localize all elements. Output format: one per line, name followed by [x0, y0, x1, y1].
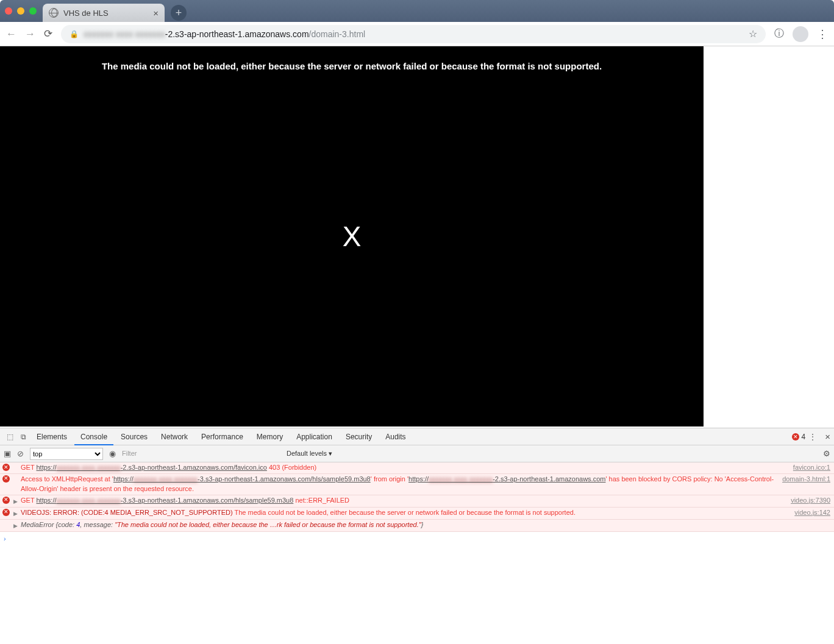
url-obscured: xxxxxxx xxxx xxxxxxx [84, 29, 165, 39]
error-icon: ✕ [792, 433, 799, 441]
expand-icon[interactable]: ▶ [13, 498, 18, 504]
devtools-tab-audits[interactable]: Audits [379, 428, 412, 445]
devtools-tab-application[interactable]: Application [290, 428, 338, 445]
forward-button[interactable]: → [25, 28, 35, 40]
clear-console-icon[interactable]: ⊘ [17, 449, 24, 458]
window-titlebar: VHS de HLS × + [0, 0, 834, 22]
error-count-badge[interactable]: ✕ 4 [792, 433, 806, 441]
request-url[interactable]: https://xxxxxxx xxxx xxxxxxx-3.s3-ap-nor… [36, 497, 293, 504]
tab-title: VHS de HLS [63, 9, 109, 18]
window-maximize-button[interactable] [29, 7, 37, 15]
console-error-row[interactable]: ✕ ▶ VIDEOJS: ERROR: (CODE:4 MEDIA_ERR_SR… [0, 508, 834, 520]
devtools-tab-console[interactable]: Console [74, 428, 113, 445]
console-filter-input[interactable] [122, 448, 280, 460]
error-count: 4 [802, 433, 806, 441]
request-url[interactable]: https://xxxxxxx xxxx xxxxxxx-3.s3-ap-nor… [113, 475, 371, 483]
lock-icon: 🔒 [70, 30, 79, 38]
source-link[interactable]: favicon.ico:1 [793, 463, 830, 473]
page-viewport: The media could not be loaded, either be… [0, 46, 834, 428]
player-error-message: The media could not be loaded, either be… [0, 61, 704, 71]
error-icon: ✕ [2, 509, 10, 516]
devtools-panel: ⬚ ⧉ Elements Console Sources Network Per… [0, 428, 834, 547]
player-error-icon: X [343, 220, 362, 253]
devtools-tab-network[interactable]: Network [155, 428, 194, 445]
back-button[interactable]: ← [6, 28, 16, 40]
url-path: /domain-3.html [309, 29, 366, 39]
devtools-tab-memory[interactable]: Memory [251, 428, 289, 445]
net-error: net::ERR_FAILED [295, 497, 349, 504]
request-url[interactable]: https://xxxxxxx xxxx xxxxxxx-2.s3-ap-nor… [36, 464, 266, 471]
console-error-row[interactable]: ✕ GET https://xxxxxxx xxxx xxxxxxx-2.s3-… [0, 462, 834, 474]
error-text: The media could not be loaded, either be… [234, 509, 576, 516]
execution-context-select[interactable]: top [30, 448, 103, 460]
devtools-menu-icon[interactable]: ⋮ [807, 433, 819, 441]
tab-close-button[interactable]: × [153, 8, 159, 18]
browser-menu-button[interactable]: ⋮ [817, 27, 828, 41]
console-sidebar-toggle-icon[interactable]: ▣ [4, 449, 11, 458]
console-error-row[interactable]: ▶ MediaError {code: 4, message: "The med… [0, 520, 834, 532]
devtools-tab-elements[interactable]: Elements [30, 428, 73, 445]
devtools-tab-performance[interactable]: Performance [195, 428, 249, 445]
new-tab-button[interactable]: + [171, 5, 187, 21]
error-prefix: VIDEOJS: ERROR: (CODE:4 MEDIA_ERR_SRC_NO… [21, 509, 234, 516]
window-close-button[interactable] [5, 7, 12, 15]
profile-avatar[interactable] [793, 26, 808, 42]
console-error-row[interactable]: ✕ ▶ GET https://xxxxxxx xxxx xxxxxxx-3.s… [0, 495, 834, 508]
source-link[interactable]: domain-3.html:1 [782, 475, 830, 494]
error-icon: ✕ [2, 464, 10, 471]
origin-url[interactable]: https://xxxxxxx xxxx xxxxxxx-2.s3-ap-nor… [408, 475, 605, 483]
inspect-element-icon[interactable]: ⬚ [4, 433, 16, 441]
window-minimize-button[interactable] [17, 7, 24, 15]
video-player[interactable]: The media could not be loaded, either be… [0, 46, 704, 426]
devtools-close-button[interactable]: × [825, 431, 830, 442]
console-output: ✕ GET https://xxxxxxx xxxx xxxxxxx-2.s3-… [0, 462, 834, 547]
error-icon: ✕ [2, 497, 10, 504]
devtools-tabbar: ⬚ ⧉ Elements Console Sources Network Per… [0, 428, 834, 445]
eye-icon[interactable]: ◉ [109, 449, 116, 458]
console-prompt[interactable]: › [0, 532, 834, 547]
reload-button[interactable]: ⟳ [44, 27, 52, 40]
source-link[interactable]: video.js:142 [794, 508, 830, 518]
log-levels-dropdown[interactable]: Default levels ▾ [287, 450, 332, 458]
url-host: -2.s3-ap-northeast-1.amazonaws.com [165, 29, 309, 39]
console-error-row[interactable]: ✕ Access to XMLHttpRequest at 'https://x… [0, 474, 834, 495]
browser-toolbar: ← → ⟳ 🔒 xxxxxxx xxxx xxxxxxx -2.s3-ap-no… [0, 22, 834, 46]
devtools-tab-sources[interactable]: Sources [115, 428, 154, 445]
http-method: GET [21, 497, 34, 504]
console-settings-icon[interactable]: ⚙ [823, 449, 830, 458]
prompt-caret-icon: › [4, 534, 6, 544]
error-object: MediaError {code: 4, message: "The media… [21, 520, 830, 531]
devtools-tab-security[interactable]: Security [340, 428, 378, 445]
console-toolbar: ▣ ⊘ top ◉ Default levels ▾ ⚙ [0, 445, 834, 462]
window-controls [5, 7, 37, 15]
http-status: 403 (Forbidden) [269, 464, 316, 471]
bookmark-star-icon[interactable]: ☆ [749, 28, 757, 40]
globe-icon [49, 8, 59, 18]
device-toolbar-icon[interactable]: ⧉ [17, 433, 29, 441]
site-info-icon[interactable]: ⓘ [774, 27, 784, 40]
expand-icon[interactable]: ▶ [13, 523, 18, 529]
error-icon: ✕ [2, 475, 10, 483]
address-bar[interactable]: 🔒 xxxxxxx xxxx xxxxxxx -2.s3-ap-northeas… [61, 25, 766, 43]
expand-icon[interactable]: ▶ [13, 511, 18, 517]
source-link[interactable]: video.js:7390 [791, 496, 830, 506]
browser-tab[interactable]: VHS de HLS × [43, 4, 165, 22]
http-method: GET [21, 464, 34, 471]
